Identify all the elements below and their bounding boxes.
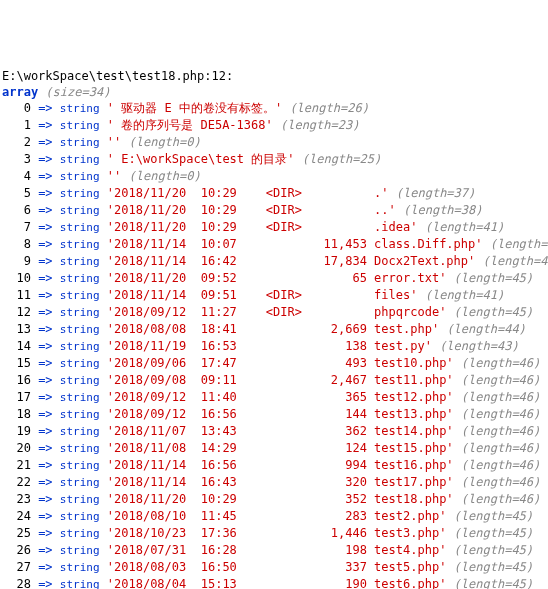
length-info: (length=45) (454, 305, 533, 319)
type-label: string (60, 305, 100, 319)
string-value: '2018/09/12 11:27 <DIR> phpqrcode' (107, 305, 447, 319)
array-size: (size=34) (45, 85, 110, 99)
string-value: '' (107, 169, 121, 183)
length-info: (length=50) (490, 237, 548, 251)
type-label: string (60, 101, 100, 115)
string-value: '2018/11/20 10:29 <DIR> .idea' (107, 220, 418, 234)
string-value: '2018/11/19 16:53 138 test.py' (107, 339, 432, 353)
string-value: '2018/08/04 15:13 190 test6.php' (107, 577, 447, 589)
type-label: string (60, 475, 100, 489)
length-info: (length=46) (461, 390, 540, 404)
length-info: (length=25) (302, 152, 381, 166)
length-info: (length=41) (425, 220, 504, 234)
type-label: string (60, 577, 100, 589)
type-label: string (60, 152, 100, 166)
length-info: (length=46) (461, 424, 540, 438)
length-info: (length=45) (454, 543, 533, 557)
string-value: '2018/08/08 18:41 2,669 test.php' (107, 322, 439, 336)
type-label: string (60, 186, 100, 200)
type-label: string (60, 118, 100, 132)
type-label: string (60, 526, 100, 540)
type-label: string (60, 339, 100, 353)
length-info: (length=45) (454, 577, 533, 589)
string-value: '2018/08/03 16:50 337 test5.php' (107, 560, 447, 574)
string-value: ' E:\workSpace\test 的目录' (107, 152, 295, 166)
xdebug-dump: E:\workSpace\test\test18.php:12: array (… (2, 68, 546, 589)
string-value: '2018/11/14 10:07 11,453 class.Diff.php' (107, 237, 483, 251)
array-keyword: array (2, 85, 38, 99)
string-value: '2018/11/20 10:29 <DIR> .' (107, 186, 389, 200)
type-label: string (60, 322, 100, 336)
string-value: '2018/11/20 09:52 65 error.txt' (107, 271, 447, 285)
string-value: '2018/07/31 16:28 198 test4.php' (107, 543, 447, 557)
type-label: string (60, 254, 100, 268)
length-info: (length=46) (461, 373, 540, 387)
type-label: string (60, 458, 100, 472)
length-info: (length=26) (289, 101, 368, 115)
type-label: string (60, 509, 100, 523)
length-info: (length=45) (454, 526, 533, 540)
type-label: string (60, 441, 100, 455)
type-label: string (60, 492, 100, 506)
type-label: string (60, 424, 100, 438)
length-info: (length=45) (454, 271, 533, 285)
string-value: '2018/10/23 17:36 1,446 test3.php' (107, 526, 447, 540)
length-info: (length=49) (483, 254, 549, 268)
string-value: '2018/11/14 16:56 994 test16.php' (107, 458, 454, 472)
type-label: string (60, 203, 100, 217)
length-info: (length=41) (425, 288, 504, 302)
string-value: '2018/11/20 10:29 352 test18.php' (107, 492, 454, 506)
string-value: ' 卷的序列号是 DE5A-1368' (107, 118, 273, 132)
type-label: string (60, 356, 100, 370)
length-info: (length=23) (280, 118, 359, 132)
length-info: (length=44) (446, 322, 525, 336)
length-info: (length=46) (461, 475, 540, 489)
string-value: '2018/11/14 16:43 320 test17.php' (107, 475, 454, 489)
length-info: (length=46) (461, 492, 540, 506)
length-info: (length=0) (128, 135, 200, 149)
string-value: '2018/11/07 13:43 362 test14.php' (107, 424, 454, 438)
string-value: '2018/09/06 17:47 493 test10.php' (107, 356, 454, 370)
length-info: (length=43) (439, 339, 518, 353)
string-value: '2018/11/08 14:29 124 test15.php' (107, 441, 454, 455)
type-label: string (60, 288, 100, 302)
type-label: string (60, 543, 100, 557)
string-value: '2018/09/12 16:56 144 test13.php' (107, 407, 454, 421)
type-label: string (60, 560, 100, 574)
string-value: '2018/11/20 10:29 <DIR> ..' (107, 203, 396, 217)
file-header: E:\workSpace\test\test18.php:12: (2, 69, 233, 83)
string-value: ' 驱动器 E 中的卷没有标签。' (107, 101, 282, 115)
length-info: (length=0) (128, 169, 200, 183)
length-info: (length=46) (461, 441, 540, 455)
string-value: '2018/11/14 16:42 17,834 Docx2Text.php' (107, 254, 475, 268)
type-label: string (60, 271, 100, 285)
type-label: string (60, 135, 100, 149)
string-value: '' (107, 135, 121, 149)
string-value: '2018/09/08 09:11 2,467 test11.php' (107, 373, 454, 387)
length-info: (length=46) (461, 407, 540, 421)
type-label: string (60, 390, 100, 404)
length-info: (length=46) (461, 356, 540, 370)
length-info: (length=38) (403, 203, 482, 217)
length-info: (length=45) (454, 509, 533, 523)
length-info: (length=37) (396, 186, 475, 200)
string-value: '2018/09/12 11:40 365 test12.php' (107, 390, 454, 404)
type-label: string (60, 220, 100, 234)
type-label: string (60, 407, 100, 421)
type-label: string (60, 169, 100, 183)
type-label: string (60, 237, 100, 251)
string-value: '2018/11/14 09:51 <DIR> files' (107, 288, 418, 302)
type-label: string (60, 373, 100, 387)
length-info: (length=45) (454, 560, 533, 574)
length-info: (length=46) (461, 458, 540, 472)
string-value: '2018/08/10 11:45 283 test2.php' (107, 509, 447, 523)
